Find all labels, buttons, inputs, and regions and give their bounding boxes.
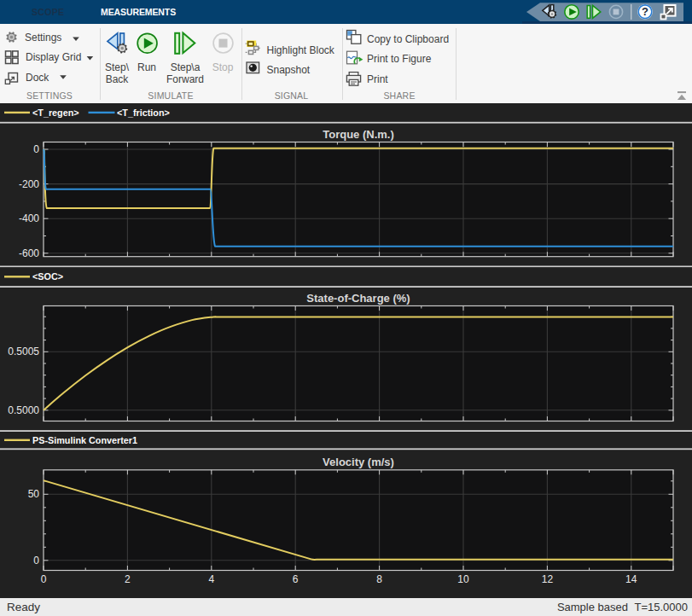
svg-text:<SOC>: <SOC> [32,271,63,282]
svg-text:<T_regen>: <T_regen> [32,107,79,117]
svg-text:?: ? [642,5,648,18]
svg-text:<T_friction>: <T_friction> [117,107,170,117]
svg-text:2: 2 [125,572,131,584]
svg-text:12: 12 [542,572,554,584]
svg-text:0.5005: 0.5005 [8,346,39,357]
svg-text:0: 0 [33,143,39,155]
svg-text:10: 10 [457,572,469,584]
svg-text:14: 14 [625,572,637,584]
svg-text:8: 8 [376,572,382,584]
svg-text:4: 4 [208,572,214,584]
svg-text:6: 6 [293,572,299,584]
svg-text:0: 0 [41,572,47,584]
svg-text:50: 50 [28,488,40,500]
svg-text:0: 0 [33,554,39,566]
svg-text:-200: -200 [19,177,39,189]
svg-text:State-of-Charge (%): State-of-Charge (%) [306,292,410,305]
svg-text:-400: -400 [19,212,39,224]
svg-text:0.5000: 0.5000 [8,404,39,416]
svg-text:Torque (N.m.): Torque (N.m.) [323,127,394,140]
svg-text:Velocity (m/s): Velocity (m/s) [323,456,394,468]
svg-text:PS-Simulink Converter1: PS-Simulink Converter1 [32,434,137,445]
svg-text:-600: -600 [19,247,39,259]
